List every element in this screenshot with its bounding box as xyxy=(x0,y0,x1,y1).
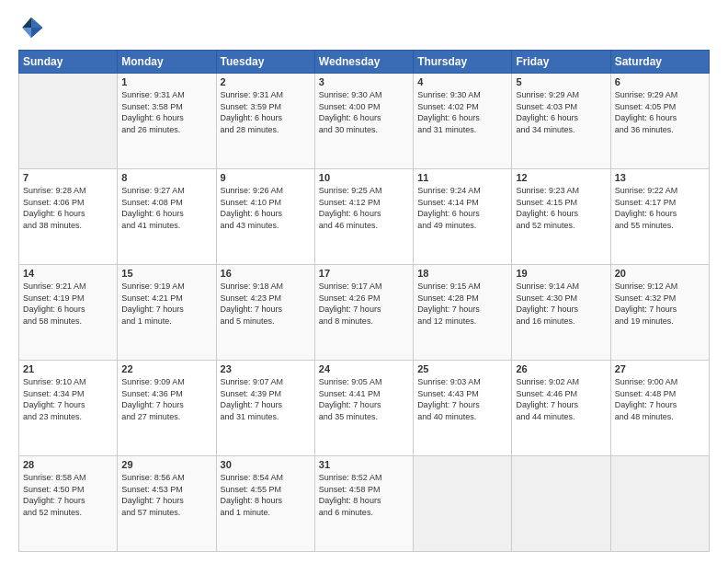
day-info: Sunrise: 9:03 AM Sunset: 4:43 PM Dayligh… xyxy=(417,376,507,422)
weekday-sunday: Sunday xyxy=(19,51,118,74)
day-info: Sunrise: 9:29 AM Sunset: 4:03 PM Dayligh… xyxy=(516,89,606,135)
weekday-tuesday: Tuesday xyxy=(216,51,314,74)
calendar-cell: 24Sunrise: 9:05 AM Sunset: 4:41 PM Dayli… xyxy=(314,361,413,456)
day-number: 4 xyxy=(417,76,507,87)
calendar-cell xyxy=(414,456,512,552)
calendar-cell: 4Sunrise: 9:30 AM Sunset: 4:02 PM Daylig… xyxy=(414,74,512,169)
day-info: Sunrise: 9:31 AM Sunset: 3:59 PM Dayligh… xyxy=(221,89,311,135)
weekday-monday: Monday xyxy=(118,51,216,74)
day-info: Sunrise: 9:02 AM Sunset: 4:46 PM Dayligh… xyxy=(516,376,606,422)
weekday-saturday: Saturday xyxy=(610,51,709,74)
day-number: 22 xyxy=(121,363,211,374)
day-number: 20 xyxy=(615,268,705,279)
day-info: Sunrise: 9:15 AM Sunset: 4:28 PM Dayligh… xyxy=(417,281,507,327)
day-number: 6 xyxy=(615,76,705,87)
calendar-cell: 29Sunrise: 8:56 AM Sunset: 4:53 PM Dayli… xyxy=(118,456,216,552)
calendar-cell: 23Sunrise: 9:07 AM Sunset: 4:39 PM Dayli… xyxy=(216,361,314,456)
day-number: 28 xyxy=(23,459,113,470)
day-number: 3 xyxy=(319,76,409,87)
day-number: 17 xyxy=(319,268,409,279)
day-number: 2 xyxy=(221,76,311,87)
calendar-cell xyxy=(610,456,709,552)
calendar-cell: 19Sunrise: 9:14 AM Sunset: 4:30 PM Dayli… xyxy=(512,265,610,361)
day-number: 11 xyxy=(417,172,507,183)
day-number: 16 xyxy=(221,268,311,279)
day-number: 12 xyxy=(516,172,606,183)
day-info: Sunrise: 9:26 AM Sunset: 4:10 PM Dayligh… xyxy=(221,185,311,231)
calendar-cell: 18Sunrise: 9:15 AM Sunset: 4:28 PM Dayli… xyxy=(414,265,512,361)
day-number: 13 xyxy=(615,172,705,183)
day-number: 31 xyxy=(319,459,409,470)
day-number: 5 xyxy=(516,76,606,87)
calendar-cell: 21Sunrise: 9:10 AM Sunset: 4:34 PM Dayli… xyxy=(19,361,118,456)
calendar-cell: 30Sunrise: 8:54 AM Sunset: 4:55 PM Dayli… xyxy=(216,456,314,552)
logo-icon xyxy=(18,15,44,40)
day-number: 10 xyxy=(319,172,409,183)
calendar-cell: 28Sunrise: 8:58 AM Sunset: 4:50 PM Dayli… xyxy=(19,456,118,552)
calendar-cell: 2Sunrise: 9:31 AM Sunset: 3:59 PM Daylig… xyxy=(216,74,314,169)
day-info: Sunrise: 9:10 AM Sunset: 4:34 PM Dayligh… xyxy=(23,376,113,422)
day-info: Sunrise: 9:09 AM Sunset: 4:36 PM Dayligh… xyxy=(121,376,211,422)
day-info: Sunrise: 9:24 AM Sunset: 4:14 PM Dayligh… xyxy=(417,185,507,231)
calendar-cell: 27Sunrise: 9:00 AM Sunset: 4:48 PM Dayli… xyxy=(610,361,709,456)
day-info: Sunrise: 9:31 AM Sunset: 3:58 PM Dayligh… xyxy=(121,89,211,135)
day-number: 8 xyxy=(121,172,211,183)
day-info: Sunrise: 9:30 AM Sunset: 4:02 PM Dayligh… xyxy=(417,89,507,135)
day-number: 29 xyxy=(121,459,211,470)
calendar-cell: 7Sunrise: 9:28 AM Sunset: 4:06 PM Daylig… xyxy=(19,169,118,265)
calendar-cell: 8Sunrise: 9:27 AM Sunset: 4:08 PM Daylig… xyxy=(118,169,216,265)
day-number: 26 xyxy=(516,363,606,374)
svg-marker-1 xyxy=(22,17,31,28)
svg-marker-2 xyxy=(22,28,31,38)
calendar-cell: 20Sunrise: 9:12 AM Sunset: 4:32 PM Dayli… xyxy=(610,265,709,361)
weekday-header-row: SundayMondayTuesdayWednesdayThursdayFrid… xyxy=(19,51,710,74)
day-info: Sunrise: 9:12 AM Sunset: 4:32 PM Dayligh… xyxy=(615,281,705,327)
calendar-cell: 25Sunrise: 9:03 AM Sunset: 4:43 PM Dayli… xyxy=(414,361,512,456)
day-number: 25 xyxy=(417,363,507,374)
weekday-friday: Friday xyxy=(512,51,610,74)
svg-marker-0 xyxy=(31,17,43,28)
day-number: 9 xyxy=(221,172,311,183)
day-info: Sunrise: 9:27 AM Sunset: 4:08 PM Dayligh… xyxy=(121,185,211,231)
day-info: Sunrise: 9:21 AM Sunset: 4:19 PM Dayligh… xyxy=(23,281,113,327)
calendar-week-1: 1Sunrise: 9:31 AM Sunset: 3:58 PM Daylig… xyxy=(19,74,710,169)
calendar-week-5: 28Sunrise: 8:58 AM Sunset: 4:50 PM Dayli… xyxy=(19,456,710,552)
weekday-wednesday: Wednesday xyxy=(314,51,413,74)
day-number: 30 xyxy=(221,459,311,470)
day-number: 15 xyxy=(121,268,211,279)
day-number: 7 xyxy=(23,172,113,183)
day-number: 24 xyxy=(319,363,409,374)
calendar-week-3: 14Sunrise: 9:21 AM Sunset: 4:19 PM Dayli… xyxy=(19,265,710,361)
calendar-cell: 31Sunrise: 8:52 AM Sunset: 4:58 PM Dayli… xyxy=(314,456,413,552)
calendar-cell: 5Sunrise: 9:29 AM Sunset: 4:03 PM Daylig… xyxy=(512,74,610,169)
day-info: Sunrise: 9:29 AM Sunset: 4:05 PM Dayligh… xyxy=(615,89,705,135)
calendar-page: SundayMondayTuesdayWednesdayThursdayFrid… xyxy=(0,0,728,563)
day-info: Sunrise: 9:07 AM Sunset: 4:39 PM Dayligh… xyxy=(221,376,311,422)
calendar-cell xyxy=(512,456,610,552)
calendar-cell: 16Sunrise: 9:18 AM Sunset: 4:23 PM Dayli… xyxy=(216,265,314,361)
day-info: Sunrise: 8:54 AM Sunset: 4:55 PM Dayligh… xyxy=(221,472,311,518)
logo xyxy=(18,15,48,40)
calendar-cell: 15Sunrise: 9:19 AM Sunset: 4:21 PM Dayli… xyxy=(118,265,216,361)
day-number: 21 xyxy=(23,363,113,374)
day-info: Sunrise: 9:17 AM Sunset: 4:26 PM Dayligh… xyxy=(319,281,409,327)
header xyxy=(18,15,710,40)
weekday-thursday: Thursday xyxy=(414,51,512,74)
calendar-cell: 17Sunrise: 9:17 AM Sunset: 4:26 PM Dayli… xyxy=(314,265,413,361)
day-info: Sunrise: 9:00 AM Sunset: 4:48 PM Dayligh… xyxy=(615,376,705,422)
svg-marker-3 xyxy=(31,28,43,38)
day-number: 14 xyxy=(23,268,113,279)
calendar-week-4: 21Sunrise: 9:10 AM Sunset: 4:34 PM Dayli… xyxy=(19,361,710,456)
day-number: 27 xyxy=(615,363,705,374)
day-info: Sunrise: 9:05 AM Sunset: 4:41 PM Dayligh… xyxy=(319,376,409,422)
calendar-cell: 22Sunrise: 9:09 AM Sunset: 4:36 PM Dayli… xyxy=(118,361,216,456)
calendar-cell: 1Sunrise: 9:31 AM Sunset: 3:58 PM Daylig… xyxy=(118,74,216,169)
day-info: Sunrise: 9:30 AM Sunset: 4:00 PM Dayligh… xyxy=(319,89,409,135)
calendar-week-2: 7Sunrise: 9:28 AM Sunset: 4:06 PM Daylig… xyxy=(19,169,710,265)
calendar-table: SundayMondayTuesdayWednesdayThursdayFrid… xyxy=(18,50,710,552)
day-info: Sunrise: 9:14 AM Sunset: 4:30 PM Dayligh… xyxy=(516,281,606,327)
day-info: Sunrise: 9:19 AM Sunset: 4:21 PM Dayligh… xyxy=(121,281,211,327)
day-number: 18 xyxy=(417,268,507,279)
calendar-cell: 3Sunrise: 9:30 AM Sunset: 4:00 PM Daylig… xyxy=(314,74,413,169)
day-info: Sunrise: 9:22 AM Sunset: 4:17 PM Dayligh… xyxy=(615,185,705,231)
